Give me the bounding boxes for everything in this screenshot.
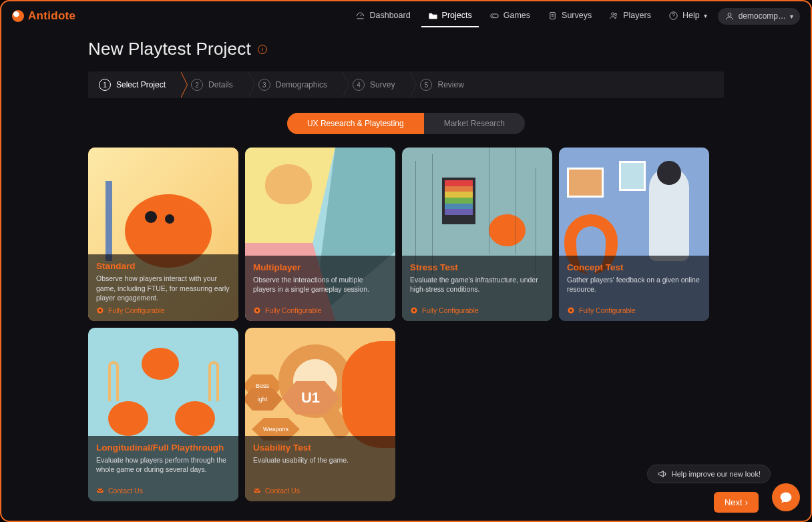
card-longitudinal[interactable]: Longitudinal/Full Playthrough Evaluate h… xyxy=(88,328,238,501)
step-number: 4 xyxy=(353,79,365,91)
page-header: New Playtest Project i xyxy=(88,39,724,59)
main-nav: Dashboard Projects Games Surveys Players… xyxy=(349,5,800,27)
card-body: Multiplayer Observe the interactions of … xyxy=(245,256,395,321)
next-label: Next xyxy=(725,497,743,507)
card-footer: Fully Configurable xyxy=(410,306,544,314)
card-usability-test[interactable]: Boss ight Weapons U1 Usability Test Eval… xyxy=(245,328,395,501)
step-number: 1 xyxy=(99,79,111,91)
help-icon xyxy=(668,11,678,21)
step-label: Survey xyxy=(370,80,395,89)
card-description: Observe how players interact with your g… xyxy=(96,274,230,302)
step-select-project[interactable]: 1 Select Project xyxy=(88,71,180,98)
step-details[interactable]: 2 Details xyxy=(180,71,248,98)
logo-icon xyxy=(12,10,24,22)
card-footer: Fully Configurable xyxy=(253,306,387,314)
feedback-prompt[interactable]: Help improve our new look! xyxy=(647,465,771,483)
users-icon xyxy=(609,11,619,21)
step-demographics[interactable]: 3 Demographics xyxy=(248,71,342,98)
nav-label: Help xyxy=(682,11,700,20)
nav-help[interactable]: Help ▾ xyxy=(662,5,714,27)
chat-fab[interactable] xyxy=(772,483,800,511)
svg-point-5 xyxy=(728,13,731,16)
card-description: Evaluate the game's infrastructure, unde… xyxy=(410,275,544,302)
nav-players[interactable]: Players xyxy=(602,5,658,27)
nav-label: Projects xyxy=(442,11,472,20)
card-stress-test[interactable]: Stress Test Evaluate the game's infrastr… xyxy=(402,148,552,321)
toggle-market-research[interactable]: Market Research xyxy=(424,113,525,134)
folder-icon xyxy=(428,11,438,21)
next-button[interactable]: Next › xyxy=(714,492,759,513)
card-multiplayer[interactable]: Multiplayer Observe the interactions of … xyxy=(245,148,395,321)
gear-plus-icon xyxy=(96,306,104,314)
gear-plus-icon xyxy=(410,306,418,314)
svg-rect-0 xyxy=(491,14,498,18)
step-label: Details xyxy=(208,80,233,89)
card-body: Usability Test Evaluate usability of the… xyxy=(245,436,395,501)
svg-rect-1 xyxy=(550,12,556,19)
project-stepper: 1 Select Project 2 Details 3 Demographic… xyxy=(88,71,724,98)
svg-point-2 xyxy=(612,13,614,15)
step-number: 5 xyxy=(420,79,432,91)
card-footer: Contact Us xyxy=(253,487,387,495)
card-footer: Fully Configurable xyxy=(96,306,230,314)
user-icon xyxy=(725,11,735,21)
nav-dashboard[interactable]: Dashboard xyxy=(349,5,417,27)
card-footer-label: Contact Us xyxy=(108,487,143,495)
card-description: Evaluate how players perform through the… xyxy=(96,455,230,483)
card-body: Standard Observe how players interact wi… xyxy=(88,254,238,321)
card-title: Concept Test xyxy=(567,262,701,272)
step-label: Demographics xyxy=(276,80,327,89)
card-description: Evaluate usability of the game. xyxy=(253,455,387,483)
card-title: Standard xyxy=(96,261,230,271)
card-body: Concept Test Gather players' feedback on… xyxy=(559,256,709,321)
toggle-ux-research[interactable]: UX Research & Playtesting xyxy=(287,113,424,134)
gear-plus-icon xyxy=(567,306,575,314)
step-review[interactable]: 5 Review xyxy=(409,71,478,98)
mail-icon xyxy=(253,487,261,495)
project-type-grid: Standard Observe how players interact wi… xyxy=(88,148,724,501)
svg-point-3 xyxy=(615,13,617,15)
step-number: 3 xyxy=(258,79,270,91)
card-body: Stress Test Evaluate the game's infrastr… xyxy=(402,256,552,321)
card-title: Usability Test xyxy=(253,443,387,453)
mail-icon xyxy=(96,487,104,495)
gear-plus-icon xyxy=(253,306,261,314)
svg-rect-10 xyxy=(97,489,104,493)
card-footer: Contact Us xyxy=(96,487,230,495)
card-title: Stress Test xyxy=(410,262,544,272)
card-body: Longitudinal/Full Playthrough Evaluate h… xyxy=(88,436,238,501)
clipboard-icon xyxy=(548,11,558,21)
gamepad-icon xyxy=(489,11,499,21)
info-icon[interactable]: i xyxy=(258,45,267,54)
brand-logo[interactable]: Antidote xyxy=(12,9,75,23)
card-footer-label: Fully Configurable xyxy=(579,306,636,314)
card-footer: Fully Configurable xyxy=(567,306,701,314)
step-label: Review xyxy=(437,80,463,89)
user-menu[interactable]: democomp… ▾ xyxy=(718,8,800,25)
card-standard[interactable]: Standard Observe how players interact wi… xyxy=(88,148,238,321)
nav-label: Dashboard xyxy=(369,11,410,20)
chat-icon xyxy=(779,491,793,504)
brand-name: Antidote xyxy=(28,9,75,23)
nav-projects[interactable]: Projects xyxy=(421,5,479,27)
chevron-down-icon: ▾ xyxy=(704,12,707,19)
card-footer-label: Contact Us xyxy=(265,487,300,495)
gauge-icon xyxy=(355,11,365,21)
nav-label: Games xyxy=(503,11,530,20)
card-title: Multiplayer xyxy=(253,262,387,272)
card-concept-test[interactable]: Concept Test Gather players' feedback on… xyxy=(559,148,709,321)
topbar: Antidote Dashboard Projects Games Survey… xyxy=(1,1,811,31)
nav-label: Surveys xyxy=(562,11,592,20)
step-label: Select Project xyxy=(116,80,166,89)
card-footer-label: Fully Configurable xyxy=(108,306,165,314)
user-name: democomp… xyxy=(739,11,786,21)
nav-label: Players xyxy=(623,11,651,20)
chevron-down-icon: ▾ xyxy=(790,13,793,20)
chevron-right-icon: › xyxy=(745,497,748,507)
card-title: Longitudinal/Full Playthrough xyxy=(96,443,230,453)
card-footer-label: Fully Configurable xyxy=(422,306,479,314)
step-survey[interactable]: 4 Survey xyxy=(342,71,409,98)
nav-games[interactable]: Games xyxy=(483,5,537,27)
nav-surveys[interactable]: Surveys xyxy=(541,5,598,27)
svg-rect-11 xyxy=(254,489,260,493)
